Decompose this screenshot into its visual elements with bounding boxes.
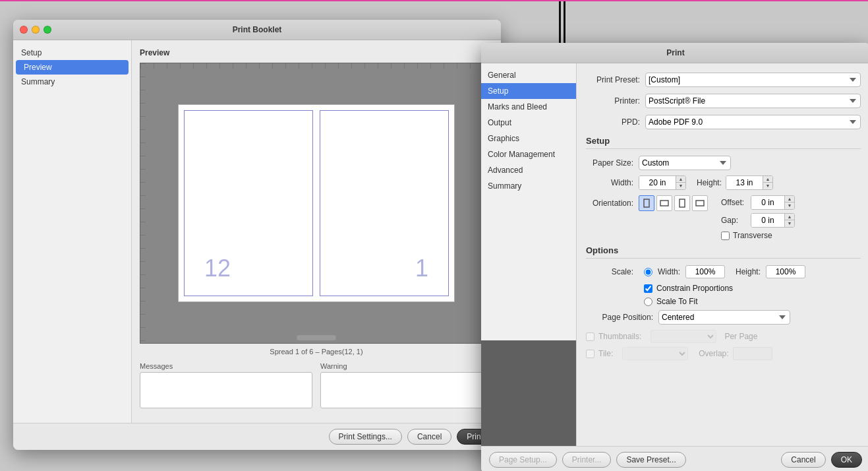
print-footer: Page Setup... Printer... Save Preset... … <box>481 446 868 471</box>
offset-up-button[interactable]: ▲ <box>785 196 794 203</box>
print-nav-graphics[interactable]: Graphics <box>481 131 576 146</box>
save-preset-button[interactable]: Save Preset... <box>616 452 685 468</box>
print-footer-right: Cancel OK <box>781 452 862 468</box>
tile-checkbox[interactable] <box>586 350 594 358</box>
setup-section-header: Setup <box>586 136 861 149</box>
booklet-cancel-button[interactable]: Cancel <box>407 429 451 445</box>
overlap-input[interactable] <box>733 347 772 360</box>
paper-size-select[interactable]: Custom <box>639 156 731 170</box>
scale-label: Scale: <box>586 267 639 276</box>
ppd-row: PPD: Adobe PDF 9.0 <box>586 115 861 129</box>
page-setup-button[interactable]: Page Setup... <box>489 452 557 468</box>
transverse-checkbox[interactable] <box>721 232 730 240</box>
constrain-label: Constrain Proportions <box>656 284 733 293</box>
overlap-label: Overlap: <box>699 349 728 358</box>
messages-area <box>140 372 312 408</box>
gap-row: Gap: ▲ ▼ <box>721 213 795 228</box>
offset-spinner-buttons: ▲ ▼ <box>784 196 794 209</box>
width-up-button[interactable]: ▲ <box>676 176 685 183</box>
width-spinner[interactable]: ▲ ▼ <box>639 175 686 190</box>
print-preset-select[interactable]: [Custom] <box>645 73 861 87</box>
printer-select[interactable]: PostScript® File <box>645 94 861 108</box>
scale-height-input[interactable] <box>766 265 805 278</box>
print-nav-summary[interactable]: Summary <box>481 178 576 194</box>
print-nav: General Setup Marks and Bleed Output Gra… <box>481 63 577 446</box>
page-position-row: Page Position: Centered <box>586 310 861 325</box>
per-page-label: Per Page <box>724 332 757 341</box>
orient-portrait-flipped[interactable] <box>674 195 690 211</box>
messages-label: Messages <box>140 362 312 370</box>
horizontal-scrollbar[interactable] <box>297 335 336 340</box>
offset-spinner[interactable]: ▲ ▼ <box>751 195 795 210</box>
height-down-button[interactable]: ▼ <box>763 183 772 189</box>
gap-down-button[interactable]: ▼ <box>785 220 794 227</box>
ruler-marks-top <box>140 63 492 69</box>
offset-row: Offset: ▲ ▼ <box>721 195 795 210</box>
height-spinner[interactable]: ▲ ▼ <box>726 175 773 190</box>
gap-input[interactable] <box>751 214 784 227</box>
print-preset-label: Print Preset: <box>586 75 645 84</box>
height-up-button[interactable]: ▲ <box>763 176 772 183</box>
print-nav-advanced[interactable]: Advanced <box>481 162 576 178</box>
booklet-dialog: Print Booklet Setup Preview Summary Prev… <box>13 20 501 450</box>
booklet-footer: Print Settings... Cancel Print <box>13 423 501 450</box>
sidebar-item-preview[interactable]: Preview <box>16 60 129 75</box>
scale-to-fit-label: Scale To Fit <box>656 297 697 306</box>
thumbnails-select[interactable] <box>651 330 716 343</box>
messages-box: Messages <box>140 362 312 415</box>
print-nav-marks-bleed[interactable]: Marks and Bleed <box>481 99 576 115</box>
page-number-right: 1 <box>415 255 428 282</box>
close-button[interactable] <box>20 26 28 34</box>
sidebar-item-setup[interactable]: Setup <box>13 46 131 60</box>
tile-select[interactable] <box>622 347 688 360</box>
gap-spinner[interactable]: ▲ ▼ <box>751 213 795 228</box>
width-input[interactable] <box>639 176 676 189</box>
thumbnails-checkbox[interactable] <box>586 332 594 341</box>
svg-rect-2 <box>680 199 685 207</box>
orient-landscape[interactable] <box>656 195 672 211</box>
width-height-row: Width: ▲ ▼ Height: ▲ ▼ <box>586 175 861 190</box>
print-nav-color-mgmt[interactable]: Color Management <box>481 146 576 162</box>
svg-rect-1 <box>660 201 668 206</box>
print-cancel-button[interactable]: Cancel <box>781 452 825 468</box>
spread-right-page: 1 <box>320 110 449 296</box>
print-nav-output[interactable]: Output <box>481 115 576 131</box>
tile-row: Tile: Overlap: <box>586 347 861 360</box>
printer-row: Printer: PostScript® File <box>586 94 861 108</box>
scale-width-input[interactable] <box>685 265 725 278</box>
offset-label: Offset: <box>721 198 751 207</box>
preview-spread: 12 1 <box>150 73 482 333</box>
preview-label: Preview <box>140 48 493 57</box>
ppd-select[interactable]: Adobe PDF 9.0 <box>645 115 861 129</box>
scale-to-fit-radio[interactable] <box>644 298 652 306</box>
minimize-button[interactable] <box>32 26 40 34</box>
print-settings-button[interactable]: Print Settings... <box>329 429 402 445</box>
orient-landscape-flipped[interactable] <box>692 195 708 211</box>
page-position-select[interactable]: Centered <box>658 310 790 325</box>
print-preview-thumbnail <box>481 340 576 446</box>
printer-button[interactable]: Printer... <box>562 452 612 468</box>
ppd-label: PPD: <box>586 117 645 127</box>
height-label: Height: <box>697 178 722 187</box>
orient-portrait[interactable] <box>639 195 654 211</box>
constrain-checkbox[interactable] <box>644 284 652 293</box>
scale-row: Scale: Width: Height: <box>586 265 861 278</box>
height-input[interactable] <box>726 176 763 189</box>
scale-radio-width[interactable] <box>644 268 652 276</box>
svg-rect-3 <box>696 201 704 206</box>
width-label: Width: <box>586 178 639 187</box>
gap-up-button[interactable]: ▲ <box>785 214 794 220</box>
booklet-dialog-title: Print Booklet <box>233 25 282 34</box>
print-nav-setup[interactable]: Setup <box>481 83 576 99</box>
sidebar-item-summary[interactable]: Summary <box>13 75 131 89</box>
spread-paper: 12 1 <box>178 104 455 302</box>
offset-input[interactable] <box>751 196 784 209</box>
print-footer-left: Page Setup... Printer... Save Preset... <box>489 452 686 468</box>
width-down-button[interactable]: ▼ <box>676 183 685 189</box>
print-nav-general[interactable]: General <box>481 67 576 83</box>
maximize-button[interactable] <box>43 26 51 34</box>
booklet-titlebar: Print Booklet <box>13 20 501 40</box>
offset-down-button[interactable]: ▼ <box>785 203 794 209</box>
paper-size-row: Paper Size: Custom <box>586 156 861 170</box>
print-ok-button[interactable]: OK <box>831 452 862 468</box>
